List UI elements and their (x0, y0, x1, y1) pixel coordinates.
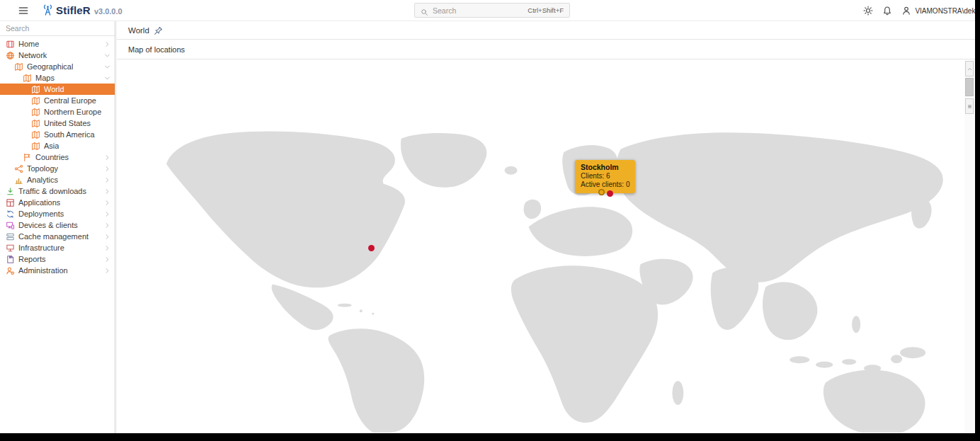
search-icon (421, 6, 428, 14)
map-icon (31, 85, 40, 94)
sidebar-item-maps[interactable]: Maps (0, 72, 115, 84)
sidebar-item-label: Asia (44, 142, 59, 150)
sidebar-item-cache-management[interactable]: Cache management (0, 231, 115, 242)
administration-icon (6, 266, 15, 275)
sidebar-item-administration[interactable]: Administration (0, 265, 115, 276)
notifications-bell-icon[interactable] (882, 6, 892, 16)
map-icon (31, 108, 40, 117)
chevron-right-icon[interactable] (103, 199, 111, 207)
antenna-icon (42, 4, 54, 16)
devices-icon (6, 221, 15, 230)
sidebar-item-analytics[interactable]: Analytics (0, 174, 115, 185)
sidebar-item-world[interactable]: World (0, 84, 115, 95)
vertical-scrollbar[interactable] (964, 61, 974, 433)
sidebar-item-label: Home (18, 40, 39, 48)
chevron-right-icon[interactable] (103, 165, 111, 173)
map-icon (14, 62, 23, 71)
sidebar-item-label: Devices & clients (18, 221, 78, 229)
world-map[interactable]: Stockholm Clients: 6 Active clients: 0 (117, 59, 975, 433)
sidebar-item-label: Reports (18, 255, 46, 263)
globe-icon (6, 51, 15, 60)
stockholm-location-dot[interactable] (598, 189, 605, 195)
tooltip-title: Stockholm (581, 163, 629, 172)
sidebar-item-asia[interactable]: Asia (0, 140, 115, 151)
chevron-right-icon[interactable] (103, 40, 111, 48)
topbar-actions: VIAMONSTRA\deka (863, 0, 975, 21)
map-icon (31, 142, 40, 151)
menu-icon[interactable] (18, 5, 29, 16)
chevron-right-icon[interactable] (103, 233, 111, 241)
panel-title: Map of locations (117, 40, 975, 59)
chevron-down-icon[interactable] (103, 63, 111, 71)
sidebar: HomeNetworkGeographicalMapsWorldCentral … (0, 21, 115, 433)
sidebar-item-label: Analytics (27, 176, 58, 184)
sidebar-item-label: Infrastructure (18, 244, 64, 252)
chevron-right-icon[interactable] (103, 244, 111, 252)
traffic-icon (6, 187, 15, 196)
username[interactable]: VIAMONSTRA\deka (915, 7, 975, 15)
sidebar-item-label: World (44, 85, 64, 93)
sidebar-item-infrastructure[interactable]: Infrastructure (0, 242, 115, 253)
tab-label: World (128, 26, 149, 35)
app-window: StifleR v3.0.0.0 Search Ctrl+Shift+F VIA… (0, 0, 975, 433)
sidebar-item-south-america[interactable]: South America (0, 129, 115, 140)
chevron-right-icon[interactable] (103, 222, 111, 229)
sidebar-item-label: Administration (18, 266, 68, 275)
tooltip-active-clients: Active clients: 0 (581, 181, 629, 190)
sidebar-item-central-europe[interactable]: Central Europe (0, 95, 115, 106)
sidebar-item-label: Deployments (18, 210, 64, 218)
sidebar-item-label: Cache management (18, 232, 89, 241)
theme-sun-icon[interactable] (863, 6, 873, 16)
map-icon (31, 119, 40, 128)
sidebar-nav-tree: HomeNetworkGeographicalMapsWorldCentral … (0, 36, 115, 276)
scrollbar-options-button[interactable] (965, 98, 974, 114)
reports-icon (6, 255, 15, 264)
stockholm-area-location-dot[interactable] (607, 190, 613, 197)
chevron-right-icon[interactable] (103, 176, 111, 184)
analytics-icon (14, 176, 23, 185)
sidebar-search-input[interactable] (0, 21, 115, 36)
sidebar-item-applications[interactable]: Applications (0, 197, 115, 208)
app-logo: StifleR v3.0.0.0 (42, 4, 122, 16)
sidebar-item-reports[interactable]: Reports (0, 253, 115, 265)
sidebar-item-home[interactable]: Home (0, 38, 115, 50)
chevron-right-icon[interactable] (103, 188, 111, 195)
chevron-right-icon[interactable] (103, 256, 111, 263)
tab-bar: World (117, 21, 975, 40)
scroll-up-button[interactable] (965, 61, 974, 76)
app-name: StifleR (56, 4, 91, 16)
sidebar-item-devices-clients[interactable]: Devices & clients (0, 219, 115, 231)
pin-icon[interactable] (154, 25, 163, 35)
sidebar-item-label: Geographical (27, 62, 73, 71)
infrastructure-icon (6, 244, 15, 253)
chevron-right-icon[interactable] (103, 210, 111, 218)
chevron-down-icon[interactable] (103, 74, 111, 82)
main-content: World Map of locations (116, 21, 975, 433)
chevron-right-icon[interactable] (103, 267, 111, 275)
chevron-right-icon[interactable] (103, 154, 111, 161)
sidebar-item-network[interactable]: Network (0, 50, 115, 61)
world-map-graphic (117, 59, 975, 433)
sidebar-item-label: South America (44, 130, 95, 139)
global-search-placeholder: Search (433, 6, 528, 15)
sidebar-item-deployments[interactable]: Deployments (0, 208, 115, 219)
sidebar-item-northern-europe[interactable]: Northern Europe (0, 106, 115, 118)
sidebar-item-countries[interactable]: Countries (0, 151, 115, 163)
sidebar-item-traffic-downloads[interactable]: Traffic & downloads (0, 185, 115, 197)
user-icon[interactable] (901, 6, 911, 16)
sidebar-item-label: Traffic & downloads (18, 187, 86, 195)
tab-world[interactable]: World (117, 25, 163, 35)
chevron-down-icon[interactable] (103, 52, 111, 59)
sidebar-item-label: Applications (18, 198, 60, 207)
sidebar-item-label: Maps (35, 74, 55, 82)
sidebar-item-label: Network (18, 51, 47, 59)
location-tooltip: Stockholm Clients: 6 Active clients: 0 (575, 160, 635, 193)
united-states-location-dot[interactable] (368, 245, 375, 251)
sidebar-item-label: Topology (27, 164, 58, 173)
global-search-input[interactable]: Search Ctrl+Shift+F (414, 3, 570, 18)
map-icon (31, 96, 40, 105)
scrollbar-thumb[interactable] (965, 78, 974, 96)
sidebar-item-geographical[interactable]: Geographical (0, 61, 115, 72)
sidebar-item-topology[interactable]: Topology (0, 163, 115, 174)
sidebar-item-united-states[interactable]: United States (0, 118, 115, 129)
